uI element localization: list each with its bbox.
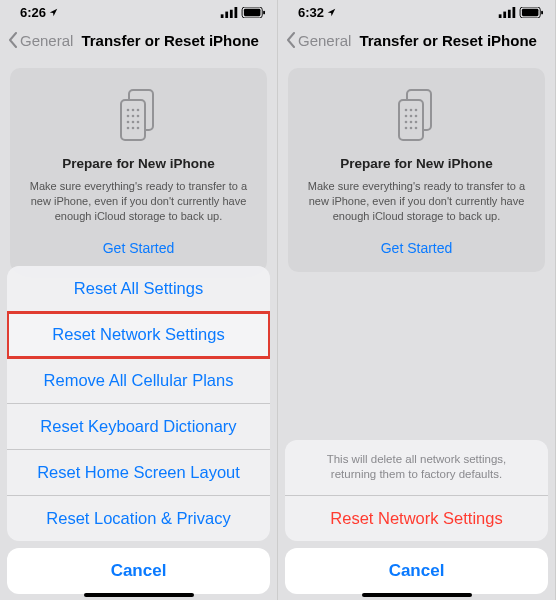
phone-screen-left: 6:26 General Transfer or Reset iPhone Pr… <box>0 0 278 600</box>
location-icon <box>49 8 58 17</box>
svg-point-10 <box>131 109 134 112</box>
svg-point-9 <box>126 109 129 112</box>
card-desc: Make sure everything's ready to transfer… <box>302 179 531 224</box>
svg-rect-8 <box>121 100 145 140</box>
back-label: General <box>298 32 351 49</box>
svg-rect-27 <box>541 10 543 14</box>
cancel-button[interactable]: Cancel <box>285 548 548 594</box>
iphone-pair-icon <box>389 86 445 142</box>
card-title: Prepare for New iPhone <box>24 156 253 171</box>
svg-point-13 <box>131 115 134 118</box>
svg-point-30 <box>404 109 407 112</box>
svg-point-40 <box>409 127 412 130</box>
svg-rect-23 <box>508 9 511 17</box>
nav-bar: General Transfer or Reset iPhone <box>0 22 277 58</box>
svg-point-12 <box>126 115 129 118</box>
remove-cellular-plans-button[interactable]: Remove All Cellular Plans <box>7 358 270 404</box>
chevron-left-icon <box>8 32 18 48</box>
svg-point-20 <box>136 127 139 130</box>
svg-point-11 <box>136 109 139 112</box>
svg-point-14 <box>136 115 139 118</box>
battery-icon <box>241 7 267 18</box>
nav-bar: General Transfer or Reset iPhone <box>278 22 555 58</box>
sheet-options-group: Reset All Settings Reset Network Setting… <box>7 266 270 541</box>
reset-all-settings-button[interactable]: Reset All Settings <box>7 266 270 312</box>
reset-keyboard-dictionary-button[interactable]: Reset Keyboard Dictionary <box>7 404 270 450</box>
svg-point-19 <box>131 127 134 130</box>
svg-rect-0 <box>221 14 224 18</box>
svg-point-18 <box>126 127 129 130</box>
svg-point-36 <box>404 121 407 124</box>
cancel-button[interactable]: Cancel <box>7 548 270 594</box>
svg-point-37 <box>409 121 412 124</box>
svg-rect-24 <box>513 7 516 18</box>
svg-point-31 <box>409 109 412 112</box>
svg-rect-29 <box>399 100 423 140</box>
svg-point-35 <box>414 115 417 118</box>
location-icon <box>327 8 336 17</box>
page-title: Transfer or Reset iPhone <box>81 32 259 49</box>
iphone-pair-icon <box>111 86 167 142</box>
svg-rect-1 <box>225 11 228 17</box>
svg-point-38 <box>414 121 417 124</box>
phone-screen-right: 6:32 General Transfer or Reset iPhone Pr… <box>278 0 556 600</box>
status-bar: 6:32 <box>278 0 555 22</box>
svg-rect-22 <box>503 11 506 17</box>
svg-point-17 <box>136 121 139 124</box>
svg-rect-26 <box>522 8 539 15</box>
signal-icon <box>498 7 516 18</box>
get-started-link[interactable]: Get Started <box>24 240 253 256</box>
svg-point-32 <box>414 109 417 112</box>
card-title: Prepare for New iPhone <box>302 156 531 171</box>
svg-point-16 <box>131 121 134 124</box>
status-time: 6:32 <box>298 5 324 20</box>
svg-point-34 <box>409 115 412 118</box>
home-indicator[interactable] <box>84 593 194 597</box>
svg-point-33 <box>404 115 407 118</box>
reset-location-privacy-button[interactable]: Reset Location & Privacy <box>7 496 270 541</box>
get-started-link[interactable]: Get Started <box>302 240 531 256</box>
chevron-left-icon <box>286 32 296 48</box>
svg-rect-21 <box>499 14 502 18</box>
svg-point-41 <box>414 127 417 130</box>
svg-rect-2 <box>230 9 233 17</box>
action-sheet: Reset All Settings Reset Network Setting… <box>0 266 277 600</box>
svg-rect-5 <box>244 8 260 15</box>
page-title: Transfer or Reset iPhone <box>359 32 537 49</box>
action-sheet-confirm: This will delete all network settings, r… <box>278 440 555 600</box>
status-bar: 6:26 <box>0 0 277 22</box>
card-desc: Make sure everything's ready to transfer… <box>24 179 253 224</box>
battery-icon <box>519 7 545 18</box>
back-button[interactable]: General <box>8 32 73 49</box>
prepare-card: Prepare for New iPhone Make sure everyth… <box>10 68 267 272</box>
sheet-confirm-group: This will delete all network settings, r… <box>285 440 548 541</box>
svg-rect-6 <box>263 10 265 14</box>
back-button[interactable]: General <box>286 32 351 49</box>
svg-rect-3 <box>235 7 238 18</box>
signal-icon <box>220 7 238 18</box>
reset-network-settings-button[interactable]: Reset Network Settings <box>7 312 270 358</box>
reset-home-screen-button[interactable]: Reset Home Screen Layout <box>7 450 270 496</box>
sheet-warning-text: This will delete all network settings, r… <box>285 440 548 496</box>
svg-point-15 <box>126 121 129 124</box>
svg-point-39 <box>404 127 407 130</box>
home-indicator[interactable] <box>362 593 472 597</box>
back-label: General <box>20 32 73 49</box>
prepare-card: Prepare for New iPhone Make sure everyth… <box>288 68 545 272</box>
status-time: 6:26 <box>20 5 46 20</box>
confirm-reset-network-button[interactable]: Reset Network Settings <box>285 496 548 541</box>
